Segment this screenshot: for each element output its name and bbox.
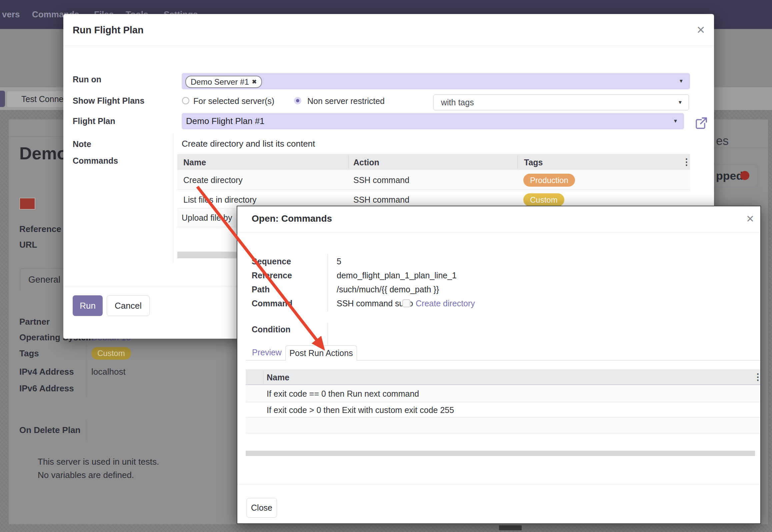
chevron-down-icon[interactable]: ▼ [673, 118, 678, 124]
row-action: SSH command [353, 175, 409, 185]
flight-plan-label: Flight Plan [73, 116, 115, 126]
external-link-icon[interactable] [695, 117, 708, 129]
close-icon[interactable]: ✕ [696, 25, 705, 35]
server-chip[interactable]: Demo Server #1 ✖ [185, 76, 262, 88]
status-badge-text: pped [716, 169, 743, 182]
primary-button-fragment [0, 91, 5, 107]
row-name[interactable]: List files in directory [183, 195, 257, 205]
run-on-label: Run on [73, 75, 101, 84]
column-divider [517, 155, 518, 169]
field-separator-line-2 [86, 420, 86, 441]
radio-selected-servers[interactable] [182, 97, 189, 104]
row-name[interactable]: Create directory [183, 175, 243, 185]
path-label: Path [252, 285, 270, 294]
gutter-divider [263, 371, 264, 384]
table-row[interactable] [177, 170, 690, 190]
commands-table-header [177, 154, 690, 170]
reference-label: Reference [19, 224, 61, 234]
tag-badge-custom: Custom [523, 193, 564, 206]
tags-filter-select[interactable]: with tags [433, 94, 689, 110]
form-separator-line [328, 254, 328, 312]
run-button[interactable]: Run [73, 295, 103, 316]
reference-value: demo_flight_plan_1_plan_line_1 [337, 271, 457, 280]
cancel-button[interactable]: Cancel [107, 295, 150, 316]
col-name: Name [183, 158, 206, 167]
close-button[interactable]: Close [246, 498, 277, 518]
background-text-fragment [499, 525, 522, 530]
col-tags: Tags [524, 158, 543, 167]
status-stopped-dot [740, 171, 749, 180]
table-scroll-strip[interactable] [246, 451, 755, 456]
row-name[interactable]: Upload file by [182, 213, 232, 223]
table-scroll-strip[interactable] [177, 252, 237, 258]
chevron-down-icon[interactable]: ▼ [678, 99, 683, 105]
open-commands-title: Open: Commands [252, 213, 332, 224]
create-directory-link[interactable]: Create directory [416, 299, 475, 308]
post-run-table-header [246, 369, 760, 385]
ipv4-value: localhost [91, 367, 126, 377]
radio-selected-servers-label[interactable]: For selected server(s) [193, 96, 274, 106]
row-name[interactable]: If exit code == 0 then Run next command [267, 389, 419, 399]
sequence-value: 5 [337, 257, 341, 266]
command-label: Command [252, 299, 292, 308]
url-label: URL [19, 240, 37, 250]
server-chip-label: Demo Server #1 [191, 77, 249, 87]
note-label: Note [73, 139, 91, 149]
form-separator-line [328, 323, 328, 347]
tab-preview[interactable]: Preview [252, 348, 282, 357]
table-options-icon[interactable]: ⋮ [682, 158, 691, 167]
unit-test-note: This server is used in unit tests. [38, 457, 159, 467]
flight-plan-select[interactable]: Demo Flight Plan #1 [182, 113, 684, 129]
col-name: Name [267, 373, 289, 382]
chip-remove-icon[interactable]: ✖ [252, 78, 257, 85]
tab-post-run-actions[interactable]: Post Run Actions [285, 345, 357, 361]
sequence-label: Sequence [252, 257, 291, 266]
modal-header-divider [237, 232, 760, 232]
tag-badge-custom-dimmed: Custom [91, 347, 131, 360]
path-value: /such/much/{{ demo_path }} [337, 285, 439, 294]
modal-footer-divider [237, 484, 760, 485]
condition-label: Condition [252, 325, 291, 334]
column-divider [348, 155, 349, 169]
run-flight-plan-title: Run Flight Plan [73, 25, 144, 36]
open-commands-modal [237, 206, 761, 524]
col-action: Action [353, 158, 379, 167]
ipv4-label: IPv4 Address [19, 367, 74, 377]
ipv6-label: IPv6 Address [19, 383, 74, 394]
chevron-down-icon[interactable]: ▼ [679, 78, 684, 84]
right-heading-fragment: es [716, 134, 729, 148]
commands-label: Commands [73, 156, 118, 166]
screen: vers Commands Files Tools Settings Test … [0, 0, 772, 532]
form-separator-line [173, 133, 173, 263]
close-icon[interactable]: ✕ [746, 214, 754, 224]
sudo-checkbox[interactable] [402, 299, 410, 307]
flight-plan-description: Create directory and list its content [182, 139, 315, 149]
tags-label: Tags [19, 348, 39, 359]
radio-non-restricted[interactable] [294, 97, 301, 104]
radio-non-restricted-label[interactable]: Non server restricted [307, 96, 385, 106]
modal-header-divider [63, 46, 714, 46]
reference-label: Reference [252, 271, 292, 280]
show-flight-plans-label: Show Flight Plans [73, 96, 144, 106]
command-value: SSH command sudo [337, 299, 413, 308]
partner-label: Partner [19, 317, 50, 327]
table-options-icon[interactable]: ⋮ [753, 373, 762, 382]
row-name[interactable]: If exit code > 0 then Exit with custom e… [267, 405, 454, 415]
server-page-title: Demo [19, 143, 66, 165]
nav-item-servers: vers [2, 0, 20, 29]
tag-badge-production: Production [523, 174, 575, 187]
color-swatch [19, 198, 35, 210]
table-row-empty [246, 418, 760, 433]
no-variables-note: No variables are defined. [38, 470, 134, 480]
row-action: SSH command [353, 195, 409, 205]
on-delete-plan-label: On Delete Plan [19, 425, 81, 435]
